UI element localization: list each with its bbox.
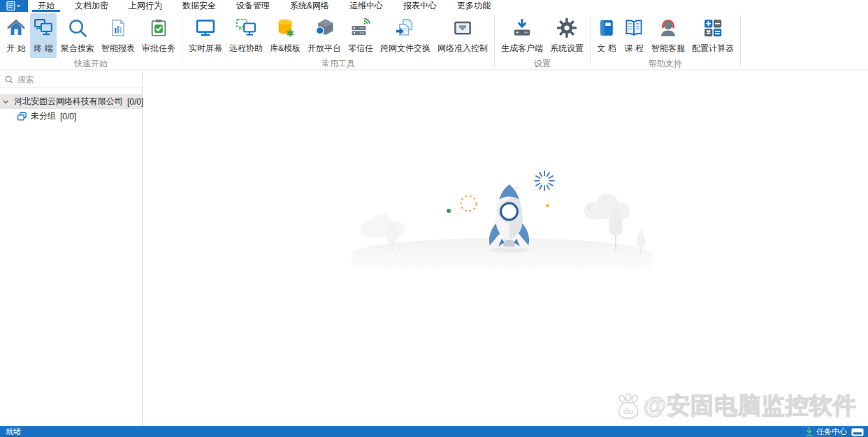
network-access-button[interactable]: 网络准入控制 xyxy=(435,13,491,58)
menu-bar: 开始 文档加密 上网行为 数据安全 设备管理 系统&网络 运维中心 报表中心 更… xyxy=(0,0,868,12)
screen-icon xyxy=(195,15,216,40)
gear-icon xyxy=(556,15,578,40)
home-button[interactable]: 开 始 xyxy=(3,13,29,58)
terminal-label: 终 端 xyxy=(34,43,52,54)
home-label: 开 始 xyxy=(6,43,25,54)
aggregate-search-button[interactable]: 聚合搜索 xyxy=(58,13,97,58)
file-exchange-icon xyxy=(395,15,416,40)
tab-more-features[interactable]: 更多功能 xyxy=(451,0,496,12)
group-label-settings: 设置 xyxy=(498,58,587,73)
document-label: 文 档 xyxy=(597,43,616,54)
tab-report-center[interactable]: 报表中心 xyxy=(398,0,442,12)
zero-trust-label: 零信任 xyxy=(348,43,373,54)
smart-report-label: 智能报表 xyxy=(101,43,135,54)
library-template-button[interactable]: 库&模板 xyxy=(267,13,303,58)
tab-data-security[interactable]: 数据安全 xyxy=(177,0,222,12)
remote-assist-button[interactable]: 远程协助 xyxy=(226,13,266,58)
approval-task-label: 审批任务 xyxy=(142,43,175,54)
ribbon-group-help-support: 文 档 课 程 xyxy=(591,12,740,69)
file-exchange-button[interactable]: 跨网文件交换 xyxy=(377,13,433,58)
course-button[interactable]: 课 程 xyxy=(621,13,647,58)
aggregate-search-label: 聚合搜索 xyxy=(61,43,94,54)
terminal-button[interactable]: 终 端 xyxy=(30,13,57,58)
tree-company-label: 河北安固云网络科技有限公司 xyxy=(14,96,123,108)
svg-text:du: du xyxy=(623,406,633,415)
course-label: 课 程 xyxy=(624,43,643,54)
ribbon-toolbar: 开 始 终 端 xyxy=(0,12,868,71)
tab-ops-center[interactable]: 运维中心 xyxy=(344,0,389,12)
course-book-icon xyxy=(623,15,644,40)
calculator-icon xyxy=(702,15,723,40)
tree-ungrouped-count: [0/0] xyxy=(60,112,76,121)
watermark-text: @安固电脑监控软件 xyxy=(644,390,857,422)
search-icon xyxy=(67,15,88,40)
customer-service-icon xyxy=(658,15,679,40)
app-menu-button[interactable] xyxy=(0,0,28,12)
status-bar: 就绪 任务中心 xyxy=(0,426,868,437)
config-calculator-label: 配置计算器 xyxy=(692,43,734,54)
gray-dot xyxy=(588,207,591,210)
menu-tabs: 开始 文档加密 上网行为 数据安全 设备管理 系统&网络 运维中心 报表中心 更… xyxy=(32,0,505,12)
smart-service-button[interactable]: 智能客服 xyxy=(649,13,688,58)
approval-icon xyxy=(149,15,168,40)
realtime-screen-label: 实时屏幕 xyxy=(189,43,222,54)
document-button[interactable]: 文 档 xyxy=(594,13,619,58)
group-label-common-tools: 常用工具 xyxy=(185,58,491,73)
rocket-illustration xyxy=(469,181,549,254)
task-center-button[interactable]: 任务中心 xyxy=(805,427,847,437)
group-label-quick-start: 快速开始 xyxy=(3,58,179,73)
remote-assist-label: 远程协助 xyxy=(229,43,263,54)
remote-assist-icon xyxy=(236,15,256,40)
tree-icon xyxy=(606,207,625,251)
config-calculator-button[interactable]: 配置计算器 xyxy=(689,13,737,58)
library-template-label: 库&模板 xyxy=(270,43,301,54)
ribbon-group-common-tools: 实时屏幕 远程协助 xyxy=(182,12,494,69)
terminal-icon xyxy=(33,15,54,40)
search-row xyxy=(0,72,142,88)
sidebar: 河北安固云网络科技有限公司 [0/0] 未分组 [0/0] xyxy=(0,72,143,426)
tree-row-company[interactable]: 河北安固云网络科技有限公司 [0/0] xyxy=(0,94,142,109)
ribbon-separator xyxy=(740,15,741,66)
tab-internet-behavior[interactable]: 上网行为 xyxy=(123,0,168,12)
watermark: du @安固电脑监控软件 xyxy=(614,390,857,422)
tree-icon xyxy=(384,220,400,253)
tree-company-count: [0/0] xyxy=(127,97,143,107)
file-exchange-label: 跨网文件交换 xyxy=(380,43,431,54)
tab-device-management[interactable]: 设备管理 xyxy=(231,0,275,12)
terminal-tree: 河北安固云网络科技有限公司 [0/0] 未分组 [0/0] xyxy=(0,88,142,124)
open-platform-label: 开放平台 xyxy=(308,43,341,54)
group-label-help-support: 帮助支持 xyxy=(593,58,737,73)
open-platform-button[interactable]: 开放平台 xyxy=(305,13,344,58)
search-icon xyxy=(5,75,13,84)
search-input[interactable] xyxy=(17,75,137,84)
tree-row-ungrouped[interactable]: 未分组 [0/0] xyxy=(0,109,142,124)
green-dot xyxy=(447,209,451,213)
network-access-icon xyxy=(452,15,473,40)
realtime-screen-button[interactable]: 实时屏幕 xyxy=(186,13,225,58)
system-settings-button[interactable]: 系统设置 xyxy=(547,13,586,58)
smart-service-label: 智能客服 xyxy=(651,43,685,54)
task-center-label: 任务中心 xyxy=(816,427,847,437)
tab-doc-encryption[interactable]: 文档加密 xyxy=(69,0,114,12)
tab-system-network[interactable]: 系统&网络 xyxy=(284,0,335,12)
open-platform-icon xyxy=(314,15,335,40)
download-arrow-icon xyxy=(805,427,813,436)
generate-client-label: 生成客户端 xyxy=(501,43,543,54)
zero-trust-button[interactable]: 零信任 xyxy=(345,13,376,58)
smart-report-button[interactable]: 智能报表 xyxy=(99,13,138,58)
tab-start[interactable]: 开始 xyxy=(32,0,60,12)
report-icon xyxy=(108,15,128,40)
ribbon-group-settings: 生成客户端 xyxy=(495,12,590,69)
tree-icon xyxy=(634,229,648,257)
system-settings-label: 系统设置 xyxy=(550,43,584,54)
generate-client-button[interactable]: 生成客户端 xyxy=(498,13,546,58)
approval-task-button[interactable]: 审批任务 xyxy=(139,13,178,58)
paw-logo-icon: du xyxy=(614,392,642,420)
zero-trust-icon xyxy=(350,15,371,40)
chevron-down-icon[interactable] xyxy=(2,98,9,105)
ribbon-group-quick-start: 开 始 终 端 xyxy=(0,12,182,69)
app-menu-icon xyxy=(6,1,22,10)
generate-client-icon xyxy=(512,15,533,40)
main-content: du @安固电脑监控软件 xyxy=(143,72,868,426)
mini-window-icon[interactable] xyxy=(851,428,864,436)
